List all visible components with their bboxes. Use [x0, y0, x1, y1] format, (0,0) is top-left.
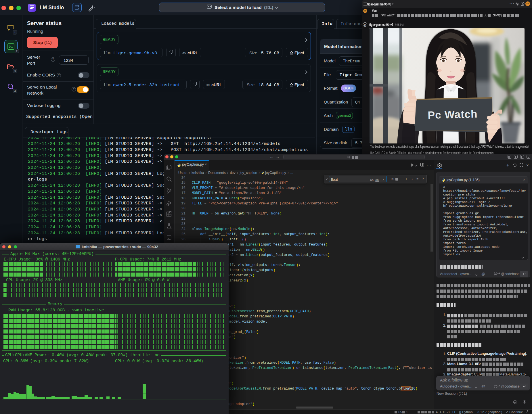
svg-text:Pc Watch: Pc Watch: [428, 108, 478, 121]
